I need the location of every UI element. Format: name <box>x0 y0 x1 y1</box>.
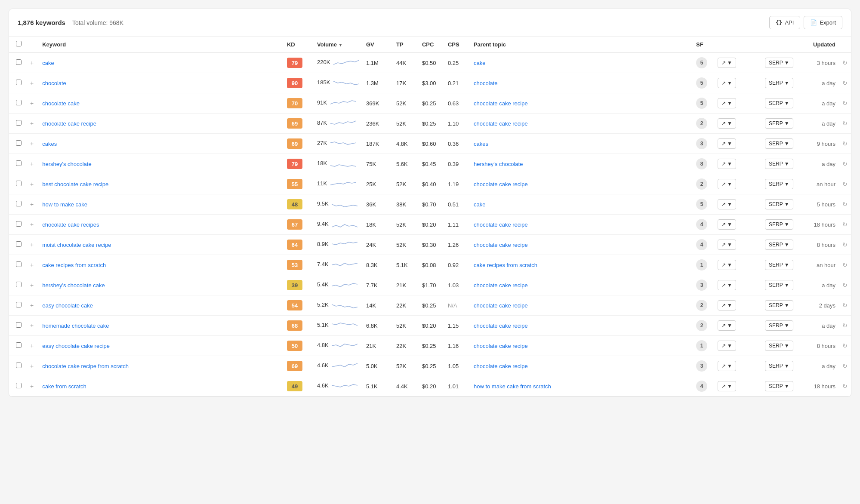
row-trend-cell[interactable]: ↗ ▼ <box>714 73 761 93</box>
add-button[interactable]: + <box>28 341 35 350</box>
serp-button[interactable]: SERP ▼ <box>765 159 793 169</box>
serp-button[interactable]: SERP ▼ <box>765 280 793 290</box>
row-serp-cell[interactable]: SERP ▼ <box>761 174 800 194</box>
row-refresh-cell[interactable]: ↻ <box>839 235 851 255</box>
row-refresh-cell[interactable]: ↻ <box>839 134 851 154</box>
row-checkbox[interactable] <box>16 282 22 287</box>
parent-topic-link[interactable]: chocolate cake recipe <box>474 242 528 248</box>
add-button[interactable]: + <box>28 79 35 87</box>
row-checkbox-cell[interactable] <box>9 235 25 255</box>
trend-button[interactable]: ↗ ▼ <box>718 240 736 250</box>
keyword-link[interactable]: chocolate cake recipe <box>42 120 96 127</box>
row-checkbox[interactable] <box>16 363 22 368</box>
row-add-cell[interactable]: + <box>25 235 39 255</box>
keyword-link[interactable]: cake from scratch <box>42 383 86 390</box>
row-add-cell[interactable]: + <box>25 114 39 134</box>
row-trend-cell[interactable]: ↗ ▼ <box>714 255 761 275</box>
add-button[interactable]: + <box>28 362 35 370</box>
serp-button[interactable]: SERP ▼ <box>765 320 793 331</box>
row-serp-cell[interactable]: SERP ▼ <box>761 356 800 376</box>
refresh-icon[interactable]: ↻ <box>842 201 848 208</box>
row-checkbox[interactable] <box>16 80 22 85</box>
serp-button[interactable]: SERP ▼ <box>765 381 793 391</box>
serp-button[interactable]: SERP ▼ <box>765 341 793 351</box>
row-checkbox[interactable] <box>16 100 22 105</box>
row-add-cell[interactable]: + <box>25 215 39 235</box>
trend-button[interactable]: ↗ ▼ <box>718 78 736 88</box>
row-serp-cell[interactable]: SERP ▼ <box>761 215 800 235</box>
refresh-icon[interactable]: ↻ <box>842 80 848 86</box>
keyword-link[interactable]: chocolate cake recipe from scratch <box>42 363 129 369</box>
refresh-icon[interactable]: ↻ <box>842 120 848 127</box>
row-refresh-cell[interactable]: ↻ <box>839 336 851 356</box>
serp-button[interactable]: SERP ▼ <box>765 240 793 250</box>
row-add-cell[interactable]: + <box>25 134 39 154</box>
add-button[interactable]: + <box>28 200 35 209</box>
refresh-icon[interactable]: ↻ <box>842 302 848 309</box>
add-button[interactable]: + <box>28 321 35 330</box>
parent-topic-link[interactable]: cake <box>474 201 485 208</box>
row-checkbox[interactable] <box>16 201 22 206</box>
keyword-link[interactable]: chocolate cake recipes <box>42 221 99 228</box>
add-button[interactable]: + <box>28 139 35 148</box>
row-trend-cell[interactable]: ↗ ▼ <box>714 114 761 134</box>
row-add-cell[interactable]: + <box>25 174 39 194</box>
serp-button[interactable]: SERP ▼ <box>765 118 793 129</box>
row-add-cell[interactable]: + <box>25 336 39 356</box>
keyword-link[interactable]: easy chocolate cake recipe <box>42 343 110 349</box>
trend-button[interactable]: ↗ ▼ <box>718 138 736 149</box>
parent-topic-link[interactable]: cakes <box>474 141 488 147</box>
volume-col-header[interactable]: Volume ▼ <box>314 37 363 52</box>
row-checkbox-cell[interactable] <box>9 356 25 376</box>
parent-topic-link[interactable]: chocolate cake recipe <box>474 100 528 107</box>
row-checkbox[interactable] <box>16 181 22 186</box>
add-button[interactable]: + <box>28 119 35 128</box>
row-checkbox-cell[interactable] <box>9 114 25 134</box>
keyword-link[interactable]: chocolate <box>42 80 66 86</box>
add-button[interactable]: + <box>28 160 35 168</box>
trend-button[interactable]: ↗ ▼ <box>718 98 736 108</box>
add-button[interactable]: + <box>28 180 35 188</box>
row-checkbox-cell[interactable] <box>9 73 25 93</box>
keyword-link[interactable]: chocolate cake <box>42 100 80 107</box>
serp-button[interactable]: SERP ▼ <box>765 78 793 88</box>
row-add-cell[interactable]: + <box>25 275 39 295</box>
row-add-cell[interactable]: + <box>25 93 39 114</box>
trend-button[interactable]: ↗ ▼ <box>718 320 736 331</box>
row-refresh-cell[interactable]: ↻ <box>839 154 851 174</box>
row-checkbox[interactable] <box>16 59 22 65</box>
row-serp-cell[interactable]: SERP ▼ <box>761 295 800 316</box>
serp-button[interactable]: SERP ▼ <box>765 300 793 310</box>
row-add-cell[interactable]: + <box>25 376 39 396</box>
row-trend-cell[interactable]: ↗ ▼ <box>714 295 761 316</box>
parent-topic-link[interactable]: chocolate cake recipe <box>474 221 528 228</box>
row-serp-cell[interactable]: SERP ▼ <box>761 255 800 275</box>
row-add-cell[interactable]: + <box>25 255 39 275</box>
row-add-cell[interactable]: + <box>25 52 39 73</box>
trend-button[interactable]: ↗ ▼ <box>718 118 736 129</box>
row-refresh-cell[interactable]: ↻ <box>839 316 851 336</box>
refresh-icon[interactable]: ↻ <box>842 140 848 147</box>
add-button[interactable]: + <box>28 99 35 108</box>
serp-button[interactable]: SERP ▼ <box>765 260 793 270</box>
keyword-link[interactable]: cakes <box>42 141 57 147</box>
row-add-cell[interactable]: + <box>25 356 39 376</box>
keyword-link[interactable]: moist chocolate cake recipe <box>42 242 111 248</box>
row-trend-cell[interactable]: ↗ ▼ <box>714 174 761 194</box>
parent-topic-link[interactable]: chocolate <box>474 80 498 86</box>
row-checkbox-cell[interactable] <box>9 255 25 275</box>
row-refresh-cell[interactable]: ↻ <box>839 73 851 93</box>
row-refresh-cell[interactable]: ↻ <box>839 295 851 316</box>
row-checkbox-cell[interactable] <box>9 275 25 295</box>
parent-topic-link[interactable]: chocolate cake recipe <box>474 181 528 187</box>
select-all-header[interactable] <box>9 37 25 52</box>
api-button[interactable]: {} API <box>769 16 801 29</box>
parent-topic-link[interactable]: chocolate cake recipe <box>474 363 528 369</box>
row-refresh-cell[interactable]: ↻ <box>839 52 851 73</box>
row-checkbox[interactable] <box>16 241 22 247</box>
trend-button[interactable]: ↗ ▼ <box>718 300 736 310</box>
row-refresh-cell[interactable]: ↻ <box>839 93 851 114</box>
keyword-link[interactable]: cake <box>42 60 54 66</box>
add-button[interactable]: + <box>28 58 35 67</box>
refresh-icon[interactable]: ↻ <box>842 160 848 167</box>
